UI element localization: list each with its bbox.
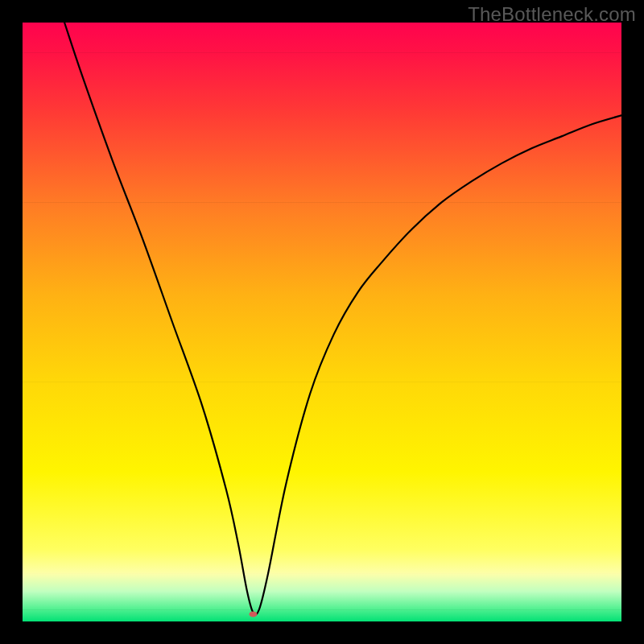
- svg-rect-9: [23, 592, 621, 610]
- svg-rect-6: [23, 472, 621, 550]
- optimal-point-marker: [249, 612, 257, 617]
- gradient-background: [23, 23, 621, 621]
- plot-area: [23, 23, 621, 621]
- watermark-text: TheBottleneck.com: [468, 3, 636, 26]
- svg-rect-3: [23, 202, 621, 292]
- svg-rect-10: [23, 609, 621, 621]
- chart-svg: [23, 23, 621, 621]
- svg-rect-7: [23, 550, 621, 574]
- svg-rect-0: [23, 23, 621, 53]
- svg-rect-1: [23, 52, 621, 113]
- svg-rect-8: [23, 573, 621, 592]
- svg-rect-5: [23, 382, 621, 472]
- svg-rect-2: [23, 113, 621, 203]
- chart-frame: TheBottleneck.com: [0, 0, 644, 644]
- svg-rect-4: [23, 292, 621, 382]
- marker-layer: [249, 612, 257, 617]
